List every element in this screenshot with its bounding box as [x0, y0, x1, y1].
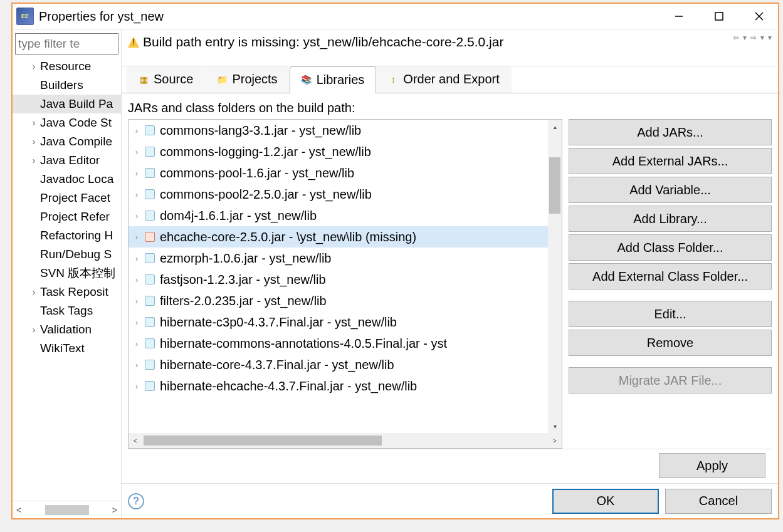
nav-back-menu-icon[interactable]: ▾	[742, 33, 748, 42]
jar-item[interactable]: ›hibernate-ehcache-4.3.7.Final.jar - yst…	[129, 375, 562, 397]
sidebar-item[interactable]: Project Refer	[13, 207, 121, 226]
vscroll-thumb[interactable]	[549, 157, 560, 214]
jar-item[interactable]: ›hibernate-core-4.3.7.Final.jar - yst_ne…	[129, 354, 562, 375]
projects-icon: 📁	[217, 75, 227, 85]
jar-item[interactable]: ›ehcache-core-2.5.0.jar - \yst_new\lib (…	[129, 226, 562, 248]
jar-item[interactable]: ›fastjson-1.2.3.jar - yst_new/lib	[129, 269, 562, 290]
sidebar-item-label: Project Refer	[40, 210, 110, 224]
sidebar-item[interactable]: ›Java Editor	[13, 151, 121, 170]
chevron-right-icon: ›	[30, 325, 38, 335]
jar-item[interactable]: ›ezmorph-1.0.6.jar - yst_new/lib	[129, 248, 562, 269]
jar-item[interactable]: ›hibernate-commons-annotations-4.0.5.Fin…	[129, 333, 562, 354]
jar-listbox[interactable]: ›commons-lang3-3.1.jar - yst_new/lib›com…	[128, 119, 562, 449]
hscroll-left-icon[interactable]: <	[129, 437, 142, 444]
migrate-jar-button[interactable]: Migrate JAR File...	[569, 367, 772, 394]
jar-item[interactable]: ›commons-logging-1.2.jar - yst_new/lib	[129, 141, 562, 162]
chevron-right-icon: ›	[134, 296, 140, 306]
add-external-jars-button[interactable]: Add External JARs...	[569, 148, 772, 174]
add-variable-button[interactable]: Add Variable...	[569, 177, 772, 203]
nav-fwd-menu-icon[interactable]: ▾	[759, 33, 765, 42]
nav-fwd-icon[interactable]: ⇨	[749, 33, 758, 42]
jar-item-label: fastjson-1.2.3.jar - yst_new/lib	[160, 273, 326, 287]
tab-libraries[interactable]: 📚Libraries	[290, 66, 377, 93]
sidebar-item[interactable]: Refactoring H	[13, 226, 121, 245]
sidebar-item[interactable]: Run/Debug S	[13, 245, 121, 264]
app-icon: EE	[16, 8, 34, 25]
jar-item-label: commons-pool-1.6.jar - yst_new/lib	[160, 166, 354, 180]
jar-item[interactable]: ›commons-pool-1.6.jar - yst_new/lib	[129, 162, 562, 184]
maximize-button[interactable]	[705, 7, 733, 26]
sidebar-item[interactable]: ›Java Code St	[13, 113, 121, 132]
jar-icon	[145, 189, 155, 199]
jar-item[interactable]: ›hibernate-c3p0-4.3.7.Final.jar - yst_ne…	[129, 311, 562, 333]
sidebar-item[interactable]: ›Validation	[13, 320, 121, 339]
jar-icon	[145, 296, 155, 306]
add-external-class-folder-button[interactable]: Add External Class Folder...	[569, 263, 772, 289]
sidebar-item[interactable]: SVN 版本控制	[13, 264, 121, 283]
sidebar-item-label: Java Build Pa	[40, 97, 113, 111]
add-class-folder-button[interactable]: Add Class Folder...	[569, 234, 772, 261]
scroll-thumb[interactable]	[45, 505, 89, 515]
tab-source[interactable]: ▦Source	[127, 66, 205, 93]
jar-item-label: commons-lang3-3.1.jar - yst_new/lib	[160, 123, 361, 138]
sidebar-item[interactable]: ›Resource	[13, 57, 121, 76]
sidebar-item[interactable]: ›Task Reposit	[13, 283, 121, 301]
ok-button[interactable]: OK	[552, 489, 659, 514]
scroll-left-icon[interactable]: <	[16, 505, 21, 515]
list-hscroll[interactable]: < >	[129, 433, 562, 448]
jar-item[interactable]: ›filters-2.0.235.jar - yst_new/lib	[129, 290, 562, 311]
cancel-button[interactable]: Cancel	[665, 489, 772, 514]
sidebar-item-label: Refactoring H	[40, 229, 113, 243]
tab-label: Projects	[232, 72, 277, 86]
sidebar-hscroll[interactable]: < >	[13, 501, 121, 518]
help-button[interactable]: ?	[128, 493, 144, 509]
add-jars-button[interactable]: Add JARs...	[569, 119, 772, 145]
hscroll-right-icon[interactable]: >	[548, 437, 562, 444]
scroll-up-icon[interactable]: ▴	[548, 120, 562, 133]
sidebar-item[interactable]: Java Build Pa	[13, 95, 121, 113]
jar-icon	[145, 125, 155, 135]
chevron-right-icon: ›	[134, 190, 140, 199]
nav-menu-icon[interactable]: ▾	[767, 33, 773, 42]
chevron-right-icon: ›	[30, 287, 38, 297]
category-tree[interactable]: ›ResourceBuildersJava Build Pa›Java Code…	[13, 57, 121, 501]
sidebar-item-label: Task Tags	[40, 304, 93, 318]
jar-item-label: hibernate-commons-annotations-4.0.5.Fina…	[160, 336, 447, 351]
message-banner: Build path entry is missing: yst_new/lib…	[122, 29, 778, 66]
chevron-right-icon: ›	[134, 382, 140, 391]
list-vscroll[interactable]: ▴ ▾	[548, 120, 562, 433]
minimize-button[interactable]	[665, 7, 693, 26]
filter-input[interactable]	[15, 33, 118, 55]
jar-item-label: commons-pool2-2.5.0.jar - yst_new/lib	[160, 187, 372, 202]
tab-order-and-export[interactable]: ↕Order and Export	[376, 66, 511, 93]
sidebar-item[interactable]: Task Tags	[13, 301, 121, 320]
banner-nav: ⇦▾ ⇨▾ ▾	[732, 33, 773, 42]
svg-rect-1	[715, 13, 723, 20]
banner-text: Build path entry is missing: yst_new/lib…	[143, 34, 503, 50]
close-button[interactable]	[745, 7, 773, 26]
scroll-down-icon[interactable]: ▾	[548, 419, 562, 433]
order-icon: ↕	[388, 75, 398, 85]
chevron-right-icon: ›	[134, 339, 140, 348]
tab-projects[interactable]: 📁Projects	[205, 66, 289, 93]
sidebar-item[interactable]: WikiText	[13, 339, 121, 358]
jar-item[interactable]: ›dom4j-1.6.1.jar - yst_new/lib	[129, 205, 562, 226]
sidebar-item[interactable]: ›Java Compile	[13, 132, 121, 151]
add-library-button[interactable]: Add Library...	[569, 206, 772, 232]
edit-button[interactable]: Edit...	[569, 301, 772, 327]
sidebar: ›ResourceBuildersJava Build Pa›Java Code…	[13, 29, 122, 518]
nav-back-icon[interactable]: ⇦	[732, 33, 740, 42]
jar-item[interactable]: ›commons-pool2-2.5.0.jar - yst_new/lib	[129, 184, 562, 205]
jar-icon	[145, 274, 155, 284]
sidebar-item[interactable]: Builders	[13, 76, 121, 95]
sidebar-item[interactable]: Project Facet	[13, 189, 121, 207]
remove-button[interactable]: Remove	[569, 330, 772, 356]
jar-item[interactable]: ›commons-lang3-3.1.jar - yst_new/lib	[129, 120, 562, 141]
scroll-right-icon[interactable]: >	[112, 505, 117, 515]
apply-button[interactable]: Apply	[659, 453, 765, 478]
jar-item-label: hibernate-core-4.3.7.Final.jar - yst_new…	[160, 358, 394, 372]
sidebar-item-label: Resource	[40, 60, 91, 73]
lib-icon: 📚	[302, 75, 312, 85]
sidebar-item[interactable]: Javadoc Loca	[13, 170, 121, 189]
hscroll-thumb[interactable]	[144, 436, 382, 446]
